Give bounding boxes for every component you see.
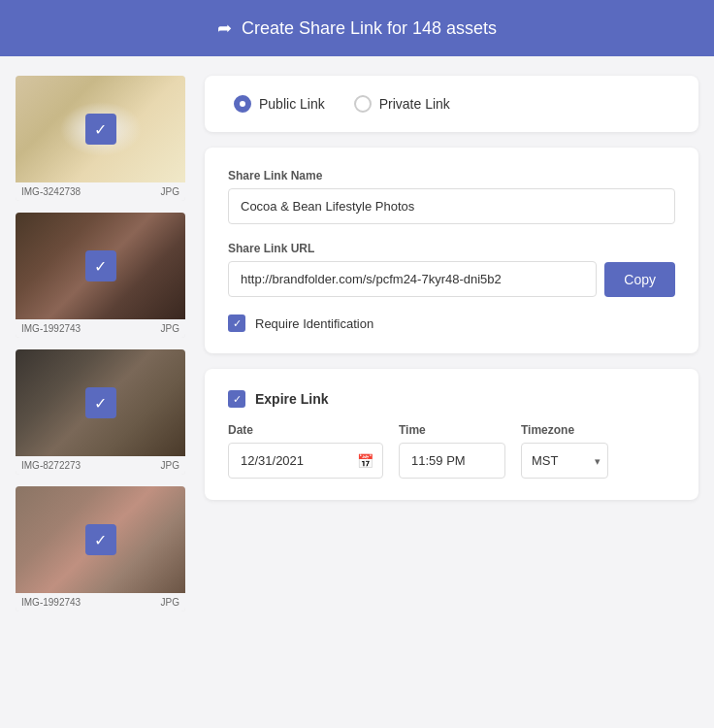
thumb-footer-4: IMG-1992743 JPG <box>16 593 185 612</box>
expire-date-input[interactable] <box>228 443 383 479</box>
thumb-name-2: IMG-1992743 <box>21 323 81 334</box>
thumb-type-4: JPG <box>161 597 179 608</box>
expire-timezone-label: Timezone <box>521 423 608 437</box>
share-link-name-input[interactable] <box>228 188 675 224</box>
public-link-label: Public Link <box>259 96 325 112</box>
thumb-type-2: JPG <box>161 323 179 334</box>
thumb-check-1: ✓ <box>85 114 116 145</box>
thumbnails-panel: ✓ IMG-3242738 JPG ✓ IMG-1992743 JPG ✓ IM… <box>16 76 185 612</box>
header: ➦ Create Share Link for 148 assets <box>0 0 714 56</box>
share-link-url-label: Share Link URL <box>228 242 675 255</box>
thumb-type-3: JPG <box>161 460 179 471</box>
thumb-name-1: IMG-3242738 <box>21 186 81 197</box>
thumb-type-1: JPG <box>161 186 179 197</box>
private-link-radio[interactable] <box>354 95 372 113</box>
header-title: Create Share Link for 148 assets <box>242 18 497 39</box>
thumb-footer-2: IMG-1992743 JPG <box>16 319 185 338</box>
right-panel: Public Link Private Link Share Link Name… <box>205 76 698 612</box>
require-identification-row[interactable]: ✓ Require Identification <box>228 314 675 332</box>
share-link-url-input[interactable] <box>228 261 597 297</box>
expire-time-input[interactable] <box>399 443 505 479</box>
timezone-select[interactable]: MST PST EST CST UTC <box>521 443 608 479</box>
expire-link-checkbox[interactable]: ✓ <box>228 390 245 408</box>
thumb-footer-1: IMG-3242738 JPG <box>16 182 185 201</box>
thumb-check-4: ✓ <box>85 524 116 555</box>
thumbnail-item[interactable]: ✓ IMG-8272273 JPG <box>16 349 185 475</box>
thumb-name-3: IMG-8272273 <box>21 460 81 471</box>
thumbnail-item[interactable]: ✓ IMG-1992743 JPG <box>16 213 185 338</box>
link-type-card: Public Link Private Link <box>205 76 698 132</box>
public-link-radio[interactable] <box>234 95 251 113</box>
timezone-select-wrap: MST PST EST CST UTC <box>521 443 608 479</box>
expire-link-card: ✓ Expire Link Date 📅 Time <box>205 369 698 500</box>
thumbnail-item[interactable]: ✓ IMG-1992743 JPG <box>16 486 185 612</box>
thumb-name-4: IMG-1992743 <box>21 597 81 608</box>
share-link-name-label: Share Link Name <box>228 169 675 182</box>
thumb-image-1: ✓ <box>16 76 185 182</box>
expire-fields: Date 📅 Time Timezone MST <box>228 423 675 479</box>
thumb-image-4: ✓ <box>16 486 185 593</box>
expire-date-field: Date 📅 <box>228 423 383 479</box>
expire-timezone-field: Timezone MST PST EST CST UTC <box>521 423 608 479</box>
require-identification-checkbox[interactable]: ✓ <box>228 314 245 332</box>
thumb-check-3: ✓ <box>85 387 116 418</box>
expire-link-label: Expire Link <box>255 391 328 407</box>
thumb-footer-3: IMG-8272273 JPG <box>16 456 185 475</box>
thumb-check-2: ✓ <box>85 250 116 281</box>
thumb-image-3: ✓ <box>16 349 185 456</box>
private-link-option[interactable]: Private Link <box>354 95 450 113</box>
expire-header: ✓ Expire Link <box>228 390 675 408</box>
thumb-image-2: ✓ <box>16 213 185 319</box>
main-content: ✓ IMG-3242738 JPG ✓ IMG-1992743 JPG ✓ IM… <box>0 56 714 631</box>
share-link-url-group: Share Link URL Copy <box>228 242 675 297</box>
share-link-form: Share Link Name Share Link URL Copy ✓ Re… <box>205 148 698 353</box>
expire-date-wrap: 📅 <box>228 443 383 479</box>
share-icon: ➦ <box>217 17 232 39</box>
expire-date-label: Date <box>228 423 383 437</box>
url-row: Copy <box>228 261 675 297</box>
public-link-option[interactable]: Public Link <box>234 95 325 113</box>
thumbnail-item[interactable]: ✓ IMG-3242738 JPG <box>16 76 185 201</box>
private-link-label: Private Link <box>379 96 450 112</box>
expire-time-label: Time <box>399 423 505 437</box>
expire-time-field: Time <box>399 423 505 479</box>
copy-button[interactable]: Copy <box>604 262 675 297</box>
share-link-name-group: Share Link Name <box>228 169 675 224</box>
require-identification-label: Require Identification <box>255 316 373 331</box>
